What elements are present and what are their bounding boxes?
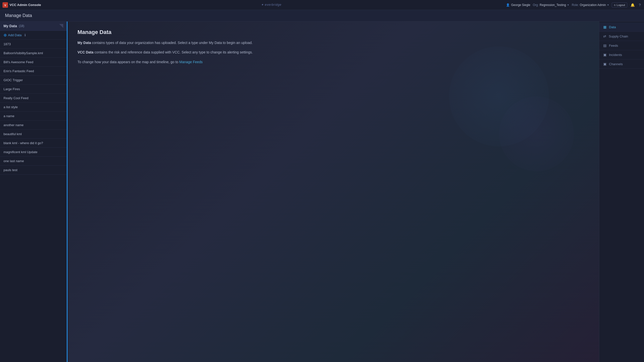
main-layout: My Data (18) ⊕ Add Data ℹ 1873BalloonVis… [0,21,644,362]
data-list-item[interactable]: a name [0,112,67,121]
org-value: Regression_Testing [540,3,566,7]
data-list-item[interactable]: a list style [0,103,67,112]
data-list-item[interactable]: another name [0,121,67,130]
nav-item-incidents[interactable]: ▣Incidents [599,50,644,59]
right-sidebar: ▦Data⇄Supply Chain▤Feeds▣Incidents▣Chann… [599,21,644,362]
add-data-label: Add Data [8,33,22,37]
content-para-3-pre: To change how your data appears on the m… [78,60,179,64]
user-icon: 👤 [506,3,510,7]
bg-blob-1 [449,46,549,146]
my-data-title: My Data [4,24,17,28]
org-dropdown-arrow: ▼ [567,4,569,6]
header-left: V VCC Admin Console [2,2,41,8]
content-para-2-text: contains the risk and reference data sup… [94,50,253,54]
left-sidebar: My Data (18) ⊕ Add Data ℹ 1873BalloonVis… [0,21,68,362]
data-list: 1873BalloonVisibilitySample.kmlBill's Aw… [0,40,67,362]
content-area: Manage Data My Data contains types of da… [68,21,599,362]
everbridge-label: ✦ everbridge [261,2,286,7]
add-data-row[interactable]: ⊕ Add Data ℹ [0,31,67,40]
add-data-button[interactable]: ⊕ Add Data [4,33,22,37]
nav-label-channels: Channels [609,62,623,66]
org-label: Org: [533,3,538,7]
content-title: Manage Data [78,29,282,35]
app-logo: V VCC Admin Console [2,2,41,8]
data-list-item[interactable]: magnificent kml Update [0,148,67,157]
nav-icon-supply-chain: ⇄ [603,34,606,38]
nav-icon-data: ▦ [603,25,606,29]
sidebar-corner-decoration [59,24,63,28]
data-list-item[interactable]: blank kml - where did it go? [0,139,67,148]
logout-label: Logout [617,3,625,6]
data-list-item[interactable]: GIOC Trigger [0,76,67,85]
everbridge-logo-svg: ✦ everbridge [261,2,286,6]
data-list-item[interactable]: BalloonVisibilitySample.kml [0,49,67,58]
logout-button[interactable]: ⎋ Logout [612,2,628,7]
user-name: George Siegle [511,3,530,7]
app-title: VCC Admin Console [10,3,41,7]
nav-label-incidents: Incidents [609,53,622,57]
svg-text:✦ everbridge: ✦ everbridge [261,3,282,6]
nav-label-data: Data [609,25,616,29]
content-inner: Manage Data My Data contains types of da… [68,21,292,76]
bg-blob-2 [499,96,574,171]
page-title-bar: Manage Data [0,10,644,21]
header-center: ✦ everbridge [261,2,286,7]
nav-label-feeds: Feeds [609,44,618,47]
role-value: Organization Admin [580,3,606,7]
data-list-item[interactable]: pauls test [0,166,67,175]
vcc-logo-icon: V [2,2,8,8]
top-header: V VCC Admin Console ✦ everbridge 👤 Georg… [0,0,644,10]
logout-icon: ⎋ [614,3,616,6]
data-list-item[interactable]: Erin's Fantastic Feed [0,67,67,76]
nav-icon-incidents: ▣ [603,53,606,57]
vcc-data-bold: VCC Data [78,50,94,54]
nav-label-supply-chain: Supply Chain [609,34,628,38]
nav-item-feeds[interactable]: ▤Feeds [599,41,644,50]
content-para-2: VCC Data contains the risk and reference… [78,49,282,55]
bell-button[interactable]: 🔔 [630,2,636,8]
info-icon: ℹ [24,33,26,37]
content-para-3: To change how your data appears on the m… [78,59,282,65]
data-list-item[interactable]: beautiful kml [0,130,67,139]
content-para-1: My Data contains types of data your orga… [78,40,282,45]
data-list-item[interactable]: 1873 [0,40,67,49]
manage-feeds-link[interactable]: Manage Feeds [179,60,202,64]
content-para-1-text: contains types of data your organization… [92,41,253,45]
nav-item-supply-chain[interactable]: ⇄Supply Chain [599,32,644,41]
help-button[interactable]: ? [638,2,642,8]
page-title: Manage Data [5,13,639,18]
nav-icon-feeds: ▤ [603,43,606,47]
nav-icon-channels: ▣ [603,62,606,66]
data-list-item[interactable]: Large Fires [0,85,67,94]
role-label: Role: [572,3,579,7]
data-list-item[interactable]: Really Cool Feed [0,94,67,103]
svg-text:V: V [4,4,6,7]
data-list-item[interactable]: Bill's Awesome Feed [0,58,67,67]
user-info: 👤 George Siegle [506,3,530,7]
nav-item-data[interactable]: ▦Data [599,22,644,32]
my-data-header: My Data (18) [0,21,67,31]
org-selector[interactable]: Org: Regression_Testing ▼ [533,3,569,7]
data-list-item[interactable]: one last name [0,157,67,166]
role-dropdown-arrow: ▼ [607,4,609,6]
my-data-count: (18) [19,24,24,28]
add-circle-icon: ⊕ [4,33,7,37]
header-right: 👤 George Siegle Org: Regression_Testing … [506,2,642,8]
my-data-bold: My Data [78,41,91,45]
role-selector[interactable]: Role: Organization Admin ▼ [572,3,609,7]
nav-item-channels[interactable]: ▣Channels [599,59,644,69]
